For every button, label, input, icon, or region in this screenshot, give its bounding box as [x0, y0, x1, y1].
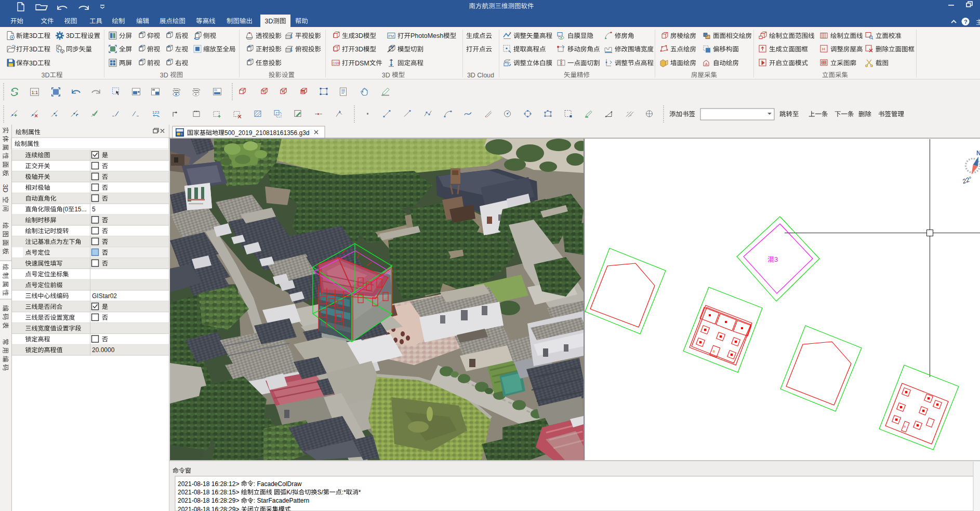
svg-text:3D: 3D: [355, 32, 363, 39]
svg-text:DSM: DSM: [333, 61, 340, 65]
svg-text:3D: 3D: [355, 46, 363, 53]
svg-text:3D: 3D: [29, 60, 37, 67]
svg-text:(0: (0: [63, 206, 69, 213]
svg-text:PhotoMesh: PhotoMesh: [410, 32, 443, 39]
svg-text:2021-08-18 16:28:29>: 2021-08-18 16:28:29>: [178, 506, 239, 511]
svg-text:2021-08-18 16:28:29>: 2021-08-18 16:28:29>: [178, 497, 239, 504]
svg-text:3D: 3D: [29, 32, 37, 39]
svg-text:3D: 3D: [42, 72, 50, 79]
svg-text:3: 3: [774, 256, 778, 263]
svg-text:n: n: [713, 349, 715, 353]
svg-text:S/: S/: [317, 489, 323, 496]
svg-text:A: A: [705, 62, 708, 66]
svg-text:3D: 3D: [160, 72, 168, 79]
svg-text:PM: PM: [389, 34, 394, 38]
svg-text:?: ?: [964, 19, 968, 25]
svg-text:: FacadeColDraw: : FacadeColDraw: [254, 480, 302, 488]
svg-text:: StarFacadePattern: : StarFacadePattern: [254, 497, 309, 504]
svg-text:5: 5: [92, 206, 96, 213]
svg-text:3D: 3D: [66, 32, 74, 39]
svg-text::*: :*: [342, 489, 346, 496]
svg-text:DSM: DSM: [355, 60, 369, 67]
svg-text:15...: 15...: [74, 206, 86, 213]
svg-text:n: n: [904, 425, 906, 428]
svg-text:3D: 3D: [29, 46, 37, 53]
svg-text:*: *: [359, 489, 361, 496]
svg-text:N: N: [976, 150, 980, 157]
svg-text:3D Cloud: 3D Cloud: [467, 72, 494, 79]
svg-text:2021-08-18 16:28:12>: 2021-08-18 16:28:12>: [178, 480, 239, 488]
svg-text:H: H: [822, 47, 825, 51]
svg-text:500_2019_210818161356.g3d: 500_2019_210818161356.g3d: [224, 129, 310, 137]
svg-text:1:1: 1:1: [32, 90, 38, 95]
svg-text:3D: 3D: [2, 184, 9, 193]
svg-text:20.0000: 20.0000: [92, 346, 115, 354]
svg-text:3D: 3D: [265, 18, 273, 25]
svg-text:K/: K/: [286, 489, 293, 496]
svg-text:3D: 3D: [382, 72, 390, 79]
svg-text:GIStar02: GIStar02: [92, 292, 117, 300]
svg-text:123: 123: [152, 110, 160, 115]
svg-text:2021-08-18 16:28:15>: 2021-08-18 16:28:15>: [178, 489, 239, 496]
